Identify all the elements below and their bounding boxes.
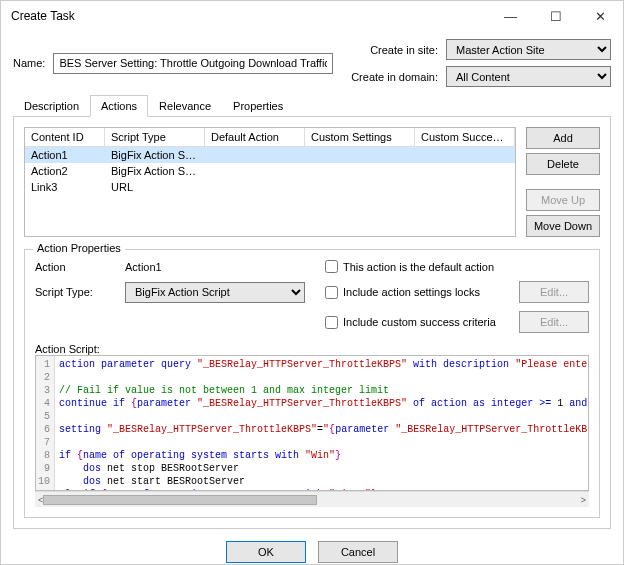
delete-button[interactable]: Delete <box>526 153 600 175</box>
cell: BigFix Action Scr... <box>105 147 205 163</box>
create-site-label: Create in site: <box>370 44 438 56</box>
ok-button[interactable]: OK <box>226 541 306 563</box>
move-up-button[interactable]: Move Up <box>526 189 600 211</box>
cell <box>205 179 305 195</box>
actions-grid[interactable]: Content ID Script Type Default Action Cu… <box>24 127 516 237</box>
include-locks-checkbox[interactable] <box>325 286 338 299</box>
window-title: Create Task <box>11 9 488 23</box>
default-action-checkbox[interactable] <box>325 260 338 273</box>
cell: Action1 <box>25 147 105 163</box>
dialog-footer: OK Cancel <box>13 529 611 565</box>
create-domain-label: Create in domain: <box>351 71 438 83</box>
cell <box>305 163 415 179</box>
edit-success-button[interactable]: Edit... <box>519 311 589 333</box>
cell <box>415 179 515 195</box>
default-action-label: This action is the default action <box>343 261 494 273</box>
minimize-icon[interactable]: — <box>488 1 533 31</box>
col-script-type[interactable]: Script Type <box>105 128 205 147</box>
maximize-icon[interactable]: ☐ <box>533 1 578 31</box>
close-icon[interactable]: ✕ <box>578 1 623 31</box>
cell: Action2 <box>25 163 105 179</box>
action-properties-group: Action Properties Action Action1 This ac… <box>24 249 600 518</box>
create-domain-select[interactable]: All Content <box>446 66 611 87</box>
include-locks-label: Include action settings locks <box>343 286 480 298</box>
cell <box>205 163 305 179</box>
cell: Link3 <box>25 179 105 195</box>
cancel-button[interactable]: Cancel <box>318 541 398 563</box>
action-script-editor[interactable]: 1234567891011121314151617 action paramet… <box>35 355 589 491</box>
scroll-right-icon[interactable]: > <box>581 495 586 505</box>
col-custom-settings[interactable]: Custom Settings <box>305 128 415 147</box>
cell <box>305 179 415 195</box>
col-custom-success[interactable]: Custom Success ... <box>415 128 515 147</box>
action-label: Action <box>35 261 125 273</box>
col-content-id[interactable]: Content ID <box>25 128 105 147</box>
move-down-button[interactable]: Move Down <box>526 215 600 237</box>
grid-header: Content ID Script Type Default Action Cu… <box>25 128 515 147</box>
cell <box>415 147 515 163</box>
tab-actions[interactable]: Actions <box>90 95 148 117</box>
tab-bar: Description Actions Relevance Properties <box>13 95 611 117</box>
add-button[interactable]: Add <box>526 127 600 149</box>
name-input[interactable] <box>53 53 333 74</box>
cell: BigFix Action Scr... <box>105 163 205 179</box>
create-site-select[interactable]: Master Action Site <box>446 39 611 60</box>
tab-relevance[interactable]: Relevance <box>148 95 222 117</box>
tab-description[interactable]: Description <box>13 95 90 117</box>
include-success-checkbox[interactable] <box>325 316 338 329</box>
col-default-action[interactable]: Default Action <box>205 128 305 147</box>
script-type-select[interactable]: BigFix Action Script <box>125 282 305 303</box>
titlebar: Create Task — ☐ ✕ <box>1 1 623 31</box>
action-properties-title: Action Properties <box>33 242 125 254</box>
cell <box>415 163 515 179</box>
cell <box>305 147 415 163</box>
include-success-label: Include custom success criteria <box>343 316 496 328</box>
cell <box>205 147 305 163</box>
horizontal-scrollbar[interactable]: < > <box>35 491 589 507</box>
table-row[interactable]: Link3URL <box>25 179 515 195</box>
table-row[interactable]: Action1BigFix Action Scr... <box>25 147 515 163</box>
tab-properties[interactable]: Properties <box>222 95 294 117</box>
cell: URL <box>105 179 205 195</box>
name-label: Name: <box>13 57 45 69</box>
script-type-label: Script Type: <box>35 286 125 298</box>
edit-locks-button[interactable]: Edit... <box>519 281 589 303</box>
table-row[interactable]: Action2BigFix Action Scr... <box>25 163 515 179</box>
scrollbar-thumb[interactable] <box>43 495 317 505</box>
action-value: Action1 <box>125 261 325 273</box>
action-script-label: Action Script: <box>35 343 589 355</box>
